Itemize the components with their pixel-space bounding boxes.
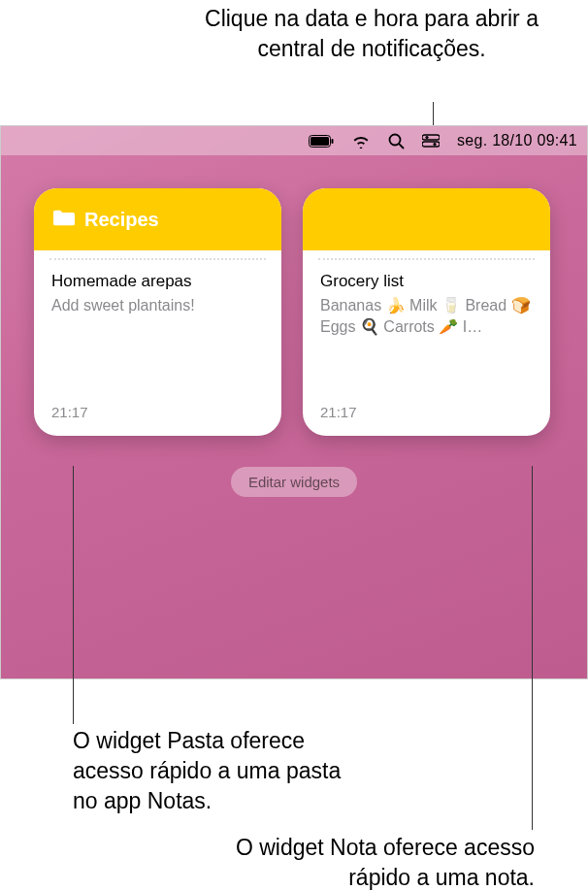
widget-time: 21:17 (320, 404, 357, 420)
wifi-icon[interactable] (351, 134, 371, 148)
annotation-note-widget: O widget Nota oferece acesso rápido a um… (205, 833, 535, 891)
svg-line-4 (399, 144, 403, 148)
callout-line (73, 466, 74, 724)
svg-rect-2 (331, 139, 333, 144)
svg-point-8 (433, 143, 436, 146)
widget-header (303, 188, 550, 250)
callout-line (532, 466, 533, 830)
note-title: Homemade arepas (51, 272, 264, 291)
note-preview: Add sweet plantains! (51, 295, 264, 316)
folder-icon (53, 207, 75, 232)
annotation-folder-widget: O widget Pasta oferece acesso rápido a u… (73, 726, 364, 816)
battery-icon[interactable] (309, 135, 334, 148)
note-title: Grocery list (320, 272, 533, 291)
svg-rect-5 (422, 135, 440, 140)
control-center-icon[interactable] (422, 134, 440, 148)
widget-folder-name: Recipes (84, 209, 159, 231)
menubar: seg. 18/10 09:41 (1, 126, 587, 155)
svg-rect-1 (310, 137, 329, 146)
widget-time: 21:17 (51, 404, 88, 420)
notes-single-widget[interactable]: Grocery list Bananas 🍌 Milk 🥛 Bread 🍞 Eg… (303, 188, 550, 436)
edit-widgets-button[interactable]: Editar widgets (231, 467, 357, 497)
menubar-datetime[interactable]: seg. 18/10 09:41 (457, 132, 577, 149)
spotlight-search-icon[interactable] (388, 133, 405, 149)
widgets-container: Recipes Homemade arepas Add sweet planta… (1, 155, 587, 436)
widget-header: Recipes (34, 188, 281, 250)
svg-rect-7 (422, 142, 440, 147)
svg-point-6 (425, 136, 428, 139)
notes-folder-widget[interactable]: Recipes Homemade arepas Add sweet planta… (34, 188, 281, 436)
callout-line (433, 102, 434, 126)
annotation-top: Clique na data e hora para abrir a centr… (0, 0, 588, 64)
note-preview: Bananas 🍌 Milk 🥛 Bread 🍞 Eggs 🍳 Carrots … (320, 295, 533, 337)
desktop-area: seg. 18/10 09:41 Recipes Homemade arepas… (0, 125, 588, 679)
